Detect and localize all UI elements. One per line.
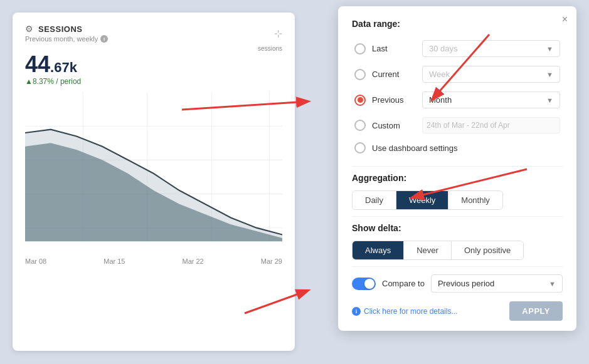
more-details-link[interactable]: i Click here for more details... (352, 307, 457, 316)
label-custom: Custom (372, 121, 416, 130)
aggregation-section: Aggregation: Daily Weekly Monthly (352, 173, 563, 210)
chart-title: SESSIONS (38, 24, 82, 34)
label-last: Last (372, 44, 416, 53)
metric-display: 44.67k ▲8.37% / period (25, 53, 282, 86)
panel-footer: i Click here for more details... APPLY (352, 301, 563, 321)
chart-area (25, 92, 282, 255)
data-range-title: Data range: (352, 19, 563, 29)
btn-weekly[interactable]: Weekly (396, 191, 448, 209)
chevron-compare: ▼ (549, 280, 556, 288)
dropdown-last[interactable]: 30 days ▼ (422, 40, 560, 57)
chevron-previous: ▼ (546, 96, 553, 104)
dropdown-current[interactable]: Week ▼ (422, 66, 560, 83)
compare-toggle[interactable] (352, 278, 376, 290)
option-last[interactable]: Last 30 days ▼ (352, 36, 563, 61)
option-dashboard[interactable]: Use dashboard settings (352, 138, 563, 157)
gear-icon[interactable]: ⚙ (25, 24, 33, 34)
aggregation-title: Aggregation: (352, 173, 563, 183)
dropdown-previous[interactable]: Month ▼ (422, 91, 560, 108)
subtitle-info-icon[interactable]: i (100, 35, 108, 43)
apply-button[interactable]: APPLY (509, 301, 563, 321)
btn-always[interactable]: Always (353, 241, 404, 259)
show-delta-title: Show delta: (352, 223, 563, 233)
info-icon: i (352, 307, 361, 316)
compare-label: Compare to (382, 279, 425, 288)
chevron-last: ▼ (546, 45, 553, 53)
metric-delta: ▲8.37% / period (25, 77, 282, 86)
data-range-options: Last 30 days ▼ Current Week ▼ Previous M… (352, 36, 563, 157)
compare-row: Compare to Previous period ▼ (352, 274, 563, 293)
compare-value: Previous period (438, 279, 494, 288)
custom-date-range[interactable]: 24th of Mar - 22nd of Apr (422, 117, 560, 133)
chevron-current: ▼ (546, 71, 553, 78)
radio-custom[interactable] (354, 120, 366, 131)
settings-panel: × Data range: Last 30 days ▼ Current Wee… (338, 6, 576, 331)
option-custom[interactable]: Custom 24th of Mar - 22nd of Apr (352, 113, 563, 137)
radio-last[interactable] (354, 43, 366, 55)
chart-subtitle: Previous month, weekly i (25, 35, 108, 43)
label-current: Current (372, 70, 416, 79)
radio-current[interactable] (354, 69, 366, 80)
compare-dropdown[interactable]: Previous period ▼ (431, 274, 563, 293)
label-previous: Previous (372, 95, 416, 105)
drag-icon[interactable]: ⊹ (274, 28, 282, 39)
label-dashboard: Use dashboard settings (372, 143, 458, 153)
radio-previous[interactable] (354, 95, 366, 106)
chart-x-labels: Mar 08 Mar 15 Mar 22 Mar 29 (25, 257, 282, 265)
aggregation-buttons: Daily Weekly Monthly (352, 190, 503, 210)
metric-value: 44.67k (25, 51, 77, 77)
btn-never[interactable]: Never (404, 241, 452, 259)
radio-dashboard[interactable] (354, 142, 366, 153)
btn-monthly[interactable]: Monthly (448, 191, 502, 209)
btn-daily[interactable]: Daily (353, 191, 396, 209)
btn-only-positive[interactable]: Only positive (452, 241, 523, 259)
more-details-text: Click here for more details... (364, 307, 457, 316)
close-button[interactable]: × (562, 14, 568, 25)
option-current[interactable]: Current Week ▼ (352, 62, 563, 86)
delta-buttons: Always Never Only positive (352, 241, 524, 260)
option-previous[interactable]: Previous Month ▼ (352, 88, 563, 112)
chart-panel: ⚙ SESSIONS Previous month, weekly i ⊹ se… (13, 13, 295, 351)
show-delta-section: Show delta: Always Never Only positive (352, 223, 563, 260)
